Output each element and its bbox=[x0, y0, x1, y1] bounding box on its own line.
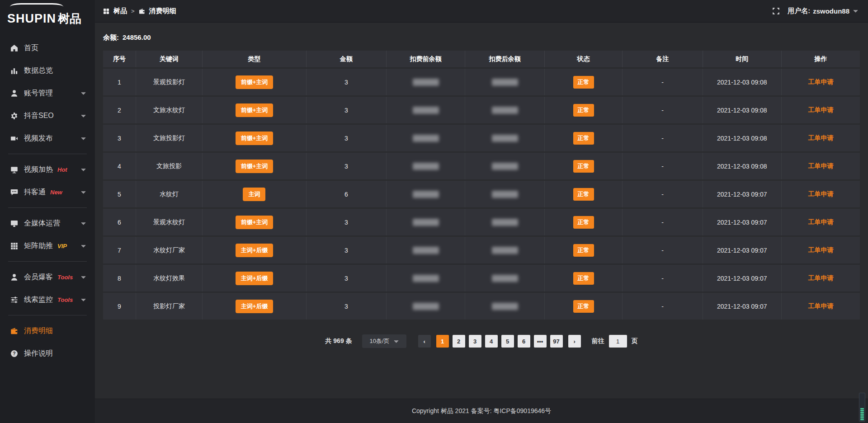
top-bar: 树品 > 消费明细 用户名: zswodun88 bbox=[95, 0, 868, 23]
status-badge: 正常 bbox=[573, 104, 594, 117]
prev-page-button[interactable]: ‹ bbox=[418, 335, 431, 348]
masked-balance bbox=[492, 247, 518, 254]
work-order-link[interactable]: 工单申请 bbox=[808, 106, 833, 113]
cell-status: 正常 bbox=[544, 97, 622, 123]
column-header: 状态 bbox=[544, 51, 622, 67]
cell-time: 2021-12-03 09:08 bbox=[703, 69, 781, 95]
cell-amount: 6 bbox=[306, 181, 386, 207]
cell-balance-before bbox=[386, 125, 465, 151]
sidebar-item-consume-detail[interactable]: 消费明细 bbox=[0, 320, 95, 342]
chevron-down-icon bbox=[81, 191, 86, 194]
masked-balance bbox=[413, 79, 439, 86]
sidebar-item-video-heat[interactable]: 视频加热 Hot bbox=[0, 158, 95, 181]
sidebar-item-media-ops[interactable]: 全媒体运营 bbox=[0, 212, 95, 235]
work-order-link[interactable]: 工单申请 bbox=[808, 218, 833, 226]
work-order-link[interactable]: 工单申请 bbox=[808, 246, 833, 254]
cell-keyword: 景观水纹灯 bbox=[136, 209, 202, 235]
dashboard-icon bbox=[103, 8, 109, 14]
sidebar-item-badge: VIP bbox=[57, 243, 67, 249]
column-header: 金额 bbox=[306, 51, 386, 67]
cell-index: 4 bbox=[103, 153, 136, 179]
chevron-down-icon bbox=[81, 276, 86, 279]
cell-amount: 3 bbox=[306, 209, 386, 235]
sidebar-item-data-overview[interactable]: 数据总览 bbox=[0, 59, 95, 82]
cell-type: 前缀+主词 bbox=[202, 209, 306, 235]
balance-value: 24856.00 bbox=[123, 33, 151, 42]
user-menu[interactable]: 用户名: zswodun88 bbox=[788, 7, 858, 15]
cell-remark: - bbox=[622, 153, 702, 179]
cell-keyword: 景观投影灯 bbox=[136, 69, 202, 95]
user-icon bbox=[10, 273, 18, 281]
cell-status: 正常 bbox=[544, 125, 622, 151]
top-bar-right: 用户名: zswodun88 bbox=[773, 7, 858, 15]
sidebar-item-doukertong[interactable]: 抖客通 New bbox=[0, 181, 95, 203]
work-order-link[interactable]: 工单申请 bbox=[808, 162, 833, 169]
cell-amount: 3 bbox=[306, 265, 386, 291]
grid-icon bbox=[10, 242, 18, 250]
cell-status: 正常 bbox=[544, 237, 622, 263]
sidebar-item-douyin-seo[interactable]: 抖音SEO bbox=[0, 104, 95, 127]
sidebar-divider bbox=[8, 315, 87, 315]
column-header: 类型 bbox=[202, 51, 306, 67]
sidebar-item-member-baoke[interactable]: 会员爆客 Tools bbox=[0, 266, 95, 288]
page-buttons: 123456•••97 bbox=[436, 335, 563, 348]
page-size-select[interactable]: 10条/页 bbox=[362, 334, 406, 348]
cell-remark: - bbox=[622, 125, 702, 151]
fullscreen-icon[interactable] bbox=[773, 8, 779, 14]
sidebar-item-clue-monitor[interactable]: 线索监控 Tools bbox=[0, 288, 95, 311]
sidebar-item-video-publish[interactable]: 视频发布 bbox=[0, 127, 95, 150]
goto-page-input[interactable] bbox=[609, 335, 627, 348]
work-order-link[interactable]: 工单申请 bbox=[808, 78, 833, 85]
work-order-link[interactable]: 工单申请 bbox=[808, 134, 833, 141]
gear-icon bbox=[10, 112, 18, 120]
breadcrumb: 树品 > 消费明细 bbox=[103, 7, 176, 15]
work-order-link[interactable]: 工单申请 bbox=[808, 190, 833, 197]
next-page-button[interactable]: › bbox=[568, 335, 581, 348]
cell-action: 工单申请 bbox=[781, 181, 860, 207]
sidebar-item-account-manage[interactable]: 账号管理 bbox=[0, 82, 95, 104]
sidebar-item-badge: New bbox=[50, 189, 62, 196]
app-logo: SHUPIN树品 bbox=[0, 0, 95, 31]
status-badge: 正常 bbox=[573, 132, 594, 145]
column-header: 扣费后余额 bbox=[465, 51, 544, 67]
cell-remark: - bbox=[622, 69, 702, 95]
work-order-link[interactable]: 工单申请 bbox=[808, 274, 833, 282]
masked-balance bbox=[413, 303, 439, 310]
work-order-link[interactable]: 工单申请 bbox=[808, 302, 833, 310]
page-button-6[interactable]: 6 bbox=[518, 335, 530, 348]
cell-index: 1 bbox=[103, 69, 136, 95]
type-badge: 前缀+主词 bbox=[236, 216, 274, 229]
cell-index: 8 bbox=[103, 265, 136, 291]
cell-balance-before bbox=[386, 181, 465, 207]
page-button-4[interactable]: 4 bbox=[485, 335, 498, 348]
more-pages-button[interactable]: ••• bbox=[534, 335, 547, 348]
sidebar-item-matrix-boost[interactable]: 矩阵助推 VIP bbox=[0, 235, 95, 257]
page-button-2[interactable]: 2 bbox=[453, 335, 465, 348]
username: zswodun88 bbox=[813, 7, 849, 15]
masked-balance bbox=[413, 107, 439, 114]
page-button-5[interactable]: 5 bbox=[501, 335, 514, 348]
cell-type: 主词+后缀 bbox=[202, 237, 306, 263]
cell-balance-after bbox=[465, 125, 544, 151]
sidebar-item-home[interactable]: 首页 bbox=[0, 37, 95, 59]
cell-amount: 3 bbox=[306, 153, 386, 179]
table-row: 7 水纹灯厂家 主词+后缀 3 正常 - 2021-12-03 09:07 工单… bbox=[103, 237, 860, 263]
user-icon bbox=[10, 89, 18, 97]
type-badge: 前缀+主词 bbox=[236, 132, 274, 145]
cell-index: 3 bbox=[103, 125, 136, 151]
cell-time: 2021-12-03 09:08 bbox=[703, 97, 781, 123]
page-button-97[interactable]: 97 bbox=[550, 335, 563, 348]
cell-type: 前缀+主词 bbox=[202, 125, 306, 151]
copyright-text: Copyright 树品 2021 备案号: 粤ICP备09019646号 bbox=[412, 407, 551, 415]
main-column: 树品 > 消费明细 用户名: zswodun88 bbox=[95, 0, 868, 423]
footer: Copyright 树品 2021 备案号: 粤ICP备09019646号 bbox=[95, 399, 868, 423]
goto-page: 前往 页 bbox=[592, 335, 638, 348]
sidebar-divider bbox=[8, 154, 87, 154]
breadcrumb-root[interactable]: 树品 bbox=[113, 7, 127, 15]
page-button-1[interactable]: 1 bbox=[436, 335, 449, 348]
sidebar-item-help[interactable]: ? 操作说明 bbox=[0, 342, 95, 365]
chevron-down-icon bbox=[81, 298, 86, 301]
cell-remark: - bbox=[622, 265, 702, 291]
cell-action: 工单申请 bbox=[781, 69, 860, 95]
page-button-3[interactable]: 3 bbox=[469, 335, 481, 348]
